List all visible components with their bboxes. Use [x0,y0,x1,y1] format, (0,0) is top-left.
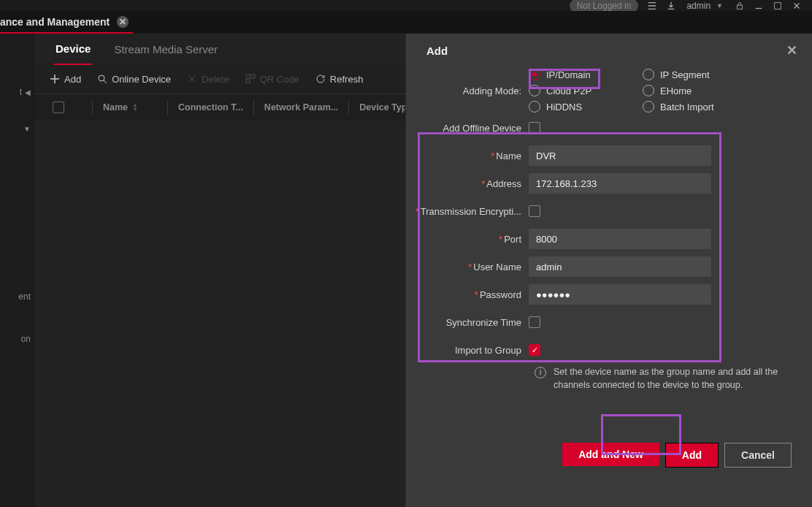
radio-ehome[interactable]: EHome [643,85,713,96]
left-item-on[interactable]: on [0,324,35,354]
modal-title: Add [426,45,448,57]
label-address: *Address [406,178,529,189]
delete-button: Delete [187,74,229,85]
label-import-group: Import to Group [406,345,529,356]
lock-icon[interactable] [735,1,745,11]
label-encryption: *Transmission Encrypti... [406,206,529,217]
maximize-icon[interactable] [773,1,783,11]
svg-point-2 [99,75,104,81]
name-input[interactable] [529,145,711,166]
import-hint: i Set the device name as the group name … [406,364,812,392]
radio-icon [529,85,540,96]
svg-rect-1 [775,2,781,9]
modal-buttons: Add and New Add Cancel [562,443,792,468]
svg-rect-4 [251,75,255,78]
checkbox-encryption[interactable] [529,205,540,217]
column-connection[interactable]: Connection T... [178,102,243,113]
hint-text: Set the device name as the group name an… [554,365,792,392]
refresh-button[interactable]: Refresh [315,74,364,85]
label-offline: Add Offline Device [406,123,529,134]
refresh-icon [315,74,326,84]
left-item-chevron[interactable]: ▼ [0,114,35,143]
add-button[interactable]: Add [665,443,719,468]
cancel-button[interactable]: Cancel [724,443,792,468]
info-icon: i [535,367,546,378]
x-icon [187,74,197,84]
download-icon[interactable] [666,1,676,11]
column-network[interactable]: Network Param... [264,102,338,113]
column-name[interactable]: Name▲▼ [103,102,138,113]
svg-rect-5 [246,80,250,83]
window-topbar: Not Logged in admin ▼ [0,0,812,11]
modal-header: Add ✕ [406,34,812,67]
radio-hiddns[interactable]: HiDDNS [529,101,599,113]
address-input[interactable] [529,173,711,194]
column-device-type[interactable]: Device Type [359,102,412,113]
label-sync-time: Synchronize Time [406,317,529,328]
radio-batch-import[interactable]: Batch Import [643,101,714,113]
close-window-icon[interactable] [792,1,802,11]
page-tabs: ance and Management ✕ [0,11,812,33]
select-all-checkbox[interactable] [53,102,64,113]
page-tab-label: ance and Management [0,16,110,28]
list-icon[interactable] [647,1,657,11]
radio-ip-domain[interactable]: IP/Domain [529,69,599,80]
username-input[interactable] [529,256,711,277]
radio-icon [643,101,654,113]
left-rail: t◀ ▼ ent on [0,34,35,507]
radio-icon [643,85,654,96]
checkbox-offline[interactable] [529,122,540,134]
radio-icon [529,69,540,80]
plus-icon [50,74,60,84]
radio-icon [643,69,654,80]
password-input[interactable] [529,284,711,305]
qr-code-button: QR Code [245,74,299,85]
chevron-down-icon[interactable]: ▼ [716,2,723,9]
tab-device[interactable]: Device [54,33,92,65]
online-device-button[interactable]: Online Device [97,74,171,85]
label-adding-mode: Adding Mode: [406,85,529,96]
label-password: *Password [406,289,529,300]
svg-rect-0 [738,5,743,9]
qr-icon [245,74,256,84]
add-device-modal: Add ✕ Adding Mode: IP/Domain IP Segment … [405,34,812,507]
label-name: *Name [406,150,529,161]
close-icon[interactable]: ✕ [786,45,797,56]
page-tab-maintenance[interactable]: ance and Management ✕ [0,11,139,33]
add-and-new-button[interactable]: Add and New [562,443,659,466]
checkbox-sync-time[interactable] [529,316,540,328]
tab-stream-media[interactable]: Stream Media Server [112,34,219,64]
radio-ip-segment[interactable]: IP Segment [643,69,713,80]
radio-icon [529,101,540,113]
user-label: admin [686,1,710,11]
left-item-t[interactable]: t◀ [0,77,35,107]
close-icon[interactable]: ✕ [117,16,129,28]
minimize-icon[interactable] [754,1,764,11]
search-icon [97,74,107,84]
svg-rect-3 [246,75,250,78]
checkbox-import-group[interactable]: ✓ [529,344,540,356]
add-button[interactable]: Add [50,74,81,85]
left-item-ent[interactable]: ent [0,282,35,311]
adding-mode-group: IP/Domain IP Segment Cloud P2P EHome HiD… [529,69,812,113]
label-username: *User Name [406,262,529,272]
label-port: *Port [406,234,529,245]
port-input[interactable] [529,229,711,249]
radio-cloud-p2p[interactable]: Cloud P2P [529,85,599,96]
